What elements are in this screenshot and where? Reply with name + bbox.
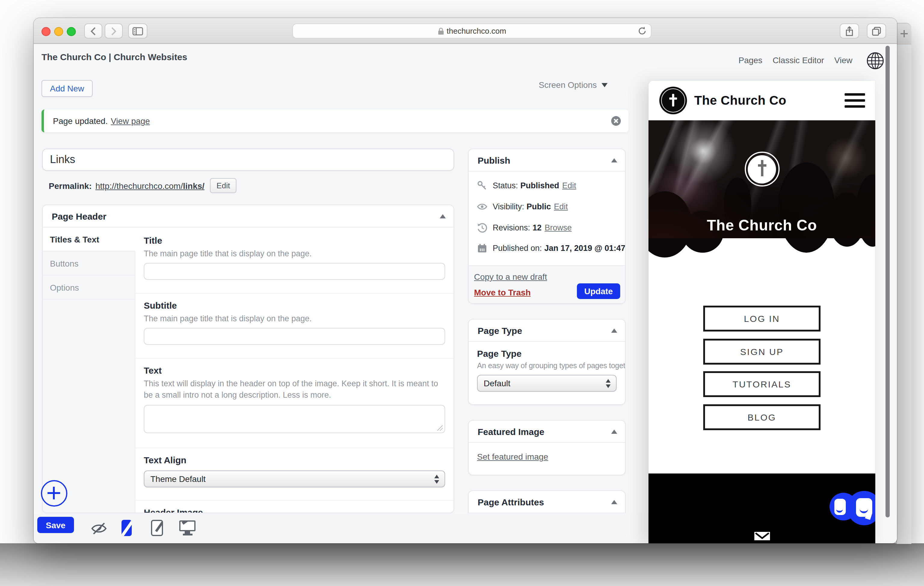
safari-window: thechurchco.com — [34, 18, 897, 543]
calendar-icon — [477, 243, 487, 253]
permalink-label: Permalink: — [49, 181, 92, 190]
tab-buttons[interactable]: Buttons — [43, 251, 135, 276]
screen-options-toggle[interactable]: Screen Options — [539, 80, 607, 90]
text-align-field-group: Text Align Theme Default — [144, 455, 445, 487]
collapse-icon[interactable] — [611, 328, 617, 333]
address-bar[interactable]: thechurchco.com — [292, 23, 652, 38]
hamburger-menu-button[interactable] — [845, 93, 865, 108]
hide-preview-button[interactable] — [91, 522, 107, 537]
hero-cross-emblem-icon — [744, 152, 779, 187]
minimize-window-button[interactable] — [54, 27, 63, 36]
page-attributes-panel-header[interactable]: Page Attributes — [469, 491, 625, 513]
close-icon — [611, 116, 621, 126]
visibility-row: Visibility:Public Edit — [477, 201, 568, 212]
panel-title: Page Attributes — [478, 497, 544, 507]
preview-login-button[interactable]: LOG IN — [703, 305, 820, 332]
share-button[interactable] — [840, 23, 859, 38]
status-edit-link[interactable]: Edit — [562, 181, 576, 190]
panel-title: Page Header — [52, 211, 106, 221]
sidebar-icon — [132, 27, 143, 35]
back-button[interactable] — [84, 23, 102, 38]
copy-to-new-draft-link[interactable]: Copy to a new draft — [474, 272, 547, 282]
page-type-label: Page Type — [477, 348, 521, 358]
view-page-link[interactable]: View page — [111, 116, 150, 126]
revisions-value: 12 — [533, 223, 542, 232]
page-type-select[interactable]: Default — [477, 375, 617, 392]
update-notice: Page updated. View page — [41, 109, 629, 132]
page-header-panel-header[interactable]: Page Header — [43, 205, 454, 228]
chevron-right-icon — [111, 26, 117, 36]
select-value: Default — [483, 378, 510, 388]
preview-signup-button[interactable]: SIGN UP — [703, 338, 820, 364]
revisions-browse-link[interactable]: Browse — [545, 223, 572, 232]
preview-blog-button[interactable]: BLOG — [703, 404, 820, 430]
text-align-select[interactable]: Theme Default — [144, 470, 445, 487]
permalink-row: Permalink: http://thechurchco.com/links/… — [49, 178, 237, 193]
globe-icon[interactable] — [866, 52, 884, 72]
nav-pages[interactable]: Pages — [738, 55, 762, 65]
save-button[interactable]: Save — [37, 517, 74, 533]
tab-options[interactable]: Options — [43, 276, 135, 300]
site-title: The Church Co | Church Websites — [41, 52, 187, 62]
publish-panel: Publish Status:Published Edit Visibility… — [468, 149, 625, 304]
background-window[interactable] — [896, 23, 911, 544]
page-title-input[interactable] — [42, 149, 454, 171]
editor-bottom-toolbar: Save — [34, 513, 648, 543]
page-type-panel-header[interactable]: Page Type — [469, 319, 625, 342]
title-field-group: Title The main page title that is displa… — [144, 235, 445, 280]
mobile-preview-button[interactable] — [122, 520, 132, 536]
envelope-icon[interactable] — [754, 532, 770, 540]
resize-grip-icon[interactable] — [437, 425, 443, 431]
published-on-value: Jan 17, 2019 @ 01:47 — [544, 244, 625, 253]
page-scrollbar[interactable] — [886, 46, 890, 517]
update-button[interactable]: Update — [577, 283, 620, 299]
nav-view[interactable]: View — [834, 55, 852, 65]
panel-title: Featured Image — [478, 426, 544, 436]
collapse-icon[interactable] — [611, 158, 617, 162]
collapse-icon[interactable] — [611, 429, 617, 434]
notice-message: Page updated. — [53, 116, 108, 126]
publish-panel-footer: Copy to a new draft Move to Trash Update — [469, 265, 625, 303]
featured-image-panel-header[interactable]: Featured Image — [469, 421, 625, 443]
lock-icon — [438, 27, 444, 35]
subtitle-field-input[interactable] — [144, 328, 445, 345]
preview-brand-title: The Church Co — [694, 93, 786, 108]
new-tab-plus-icon[interactable] — [901, 30, 908, 37]
sidebar-toggle-button[interactable] — [128, 23, 147, 38]
permalink-url[interactable]: http://thechurchco.com/links/ — [95, 181, 205, 190]
collapse-icon[interactable] — [440, 214, 446, 218]
screen-options-label: Screen Options — [539, 80, 597, 90]
title-field-input[interactable] — [144, 263, 445, 280]
select-arrows-icon — [606, 379, 610, 388]
text-field-textarea[interactable] — [144, 405, 445, 433]
chevron-down-icon — [602, 83, 607, 87]
publish-panel-header[interactable]: Publish — [469, 149, 625, 172]
move-to-trash-link[interactable]: Move to Trash — [474, 287, 531, 297]
visibility-edit-link[interactable]: Edit — [554, 202, 568, 211]
desktop-preview-button[interactable] — [179, 520, 196, 536]
monitor-icon — [179, 520, 196, 536]
collapse-icon[interactable] — [611, 500, 617, 504]
field-desc: This text will display in the header on … — [144, 378, 445, 401]
tab-titles-and-text[interactable]: Titles & Text — [43, 228, 136, 251]
permalink-edit-button[interactable]: Edit — [210, 178, 237, 193]
close-window-button[interactable] — [41, 27, 51, 36]
forward-button[interactable] — [105, 23, 123, 38]
refresh-button[interactable] — [638, 26, 647, 38]
tab-overview-button[interactable] — [867, 23, 886, 38]
set-featured-image-link[interactable]: Set featured image — [477, 452, 548, 461]
preview-tutorials-button[interactable]: TUTORIALS — [703, 371, 820, 397]
church-logo-icon[interactable] — [659, 87, 687, 114]
zoom-window-button[interactable] — [67, 27, 76, 36]
phone-icon — [122, 520, 132, 536]
tabs-icon — [872, 26, 881, 36]
nav-classic-editor[interactable]: Classic Editor — [773, 55, 824, 65]
visibility-label: Visibility: — [493, 202, 524, 211]
field-label: Subtitle — [144, 300, 445, 310]
add-section-button[interactable] — [41, 480, 68, 507]
preview-site-header: The Church Co — [648, 81, 875, 121]
tablet-preview-button[interactable] — [151, 520, 163, 536]
field-label: Title — [144, 235, 445, 246]
dismiss-notice-button[interactable] — [611, 116, 621, 126]
add-new-button[interactable]: Add New — [41, 80, 92, 97]
